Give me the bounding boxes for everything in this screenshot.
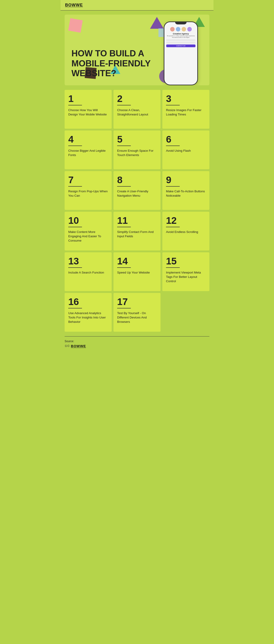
tip-card-12: 12Avoid Endless Scrolling: [162, 212, 209, 250]
card-label-2: Choose A Clean, Straightforward Layout: [117, 108, 157, 117]
hero-text-block: HOW TO BUILD A MOBILE-FRIENDLY WEBSITE?: [72, 48, 164, 85]
card-divider-10: [68, 227, 82, 227]
card-number-1: 1: [68, 94, 108, 104]
card-label-3: Resize Images For Faster Loading Times: [166, 108, 206, 117]
card-label-8: Create A User-Friendly Navigation Menu: [117, 189, 157, 198]
card-number-14: 14: [117, 256, 157, 266]
card-number-16: 16: [68, 297, 108, 306]
avatar-1: [170, 27, 175, 32]
card-label-6: Avoid Using Flash: [166, 149, 206, 153]
card-number-7: 7: [68, 175, 108, 185]
card-label-9: Make Call-To-Action Buttons Noticeable: [166, 189, 206, 198]
card-divider-2: [117, 105, 131, 106]
card-label-16: Use Advanced Analytics Tools For Insight…: [68, 311, 108, 324]
tips-grid-section: 1Choose How You Will Design Your Mobile …: [61, 88, 213, 334]
card-number-12: 12: [166, 216, 206, 226]
tip-card-5: 5Ensure Enough Space For Touch Elements: [114, 130, 160, 169]
phone-content: Creative Agency We specialize in craftin…: [164, 24, 197, 48]
card-divider-8: [117, 186, 131, 186]
card-divider-14: [117, 267, 131, 268]
tip-card-15: 15Implement Viewport Meta Tags For Bette…: [162, 252, 209, 291]
card-label-11: Simplify Contact Form And Input Fields: [117, 230, 157, 238]
footer-logo-row: ①© BOWWE: [65, 344, 209, 348]
tip-card-13: 13Include A Search Function: [65, 252, 112, 291]
tip-card-8: 8Create A User-Friendly Navigation Menu: [114, 171, 160, 210]
tip-card-3: 3Resize Images For Faster Loading Times: [162, 90, 209, 129]
header-logo: BOWWE: [65, 3, 83, 8]
phone-input-1: [166, 39, 195, 41]
card-divider-3: [166, 105, 180, 106]
footer-cc-icon: ①©: [65, 344, 70, 348]
phone-body-text: We specialize in crafting captivating di…: [166, 35, 195, 38]
tip-card-16: 16Use Advanced Analytics Tools For Insig…: [65, 293, 112, 332]
card-number-17: 17: [117, 297, 157, 306]
footer-source-label: Source:: [65, 340, 209, 343]
page-header: BOWWE: [61, 0, 213, 10]
tip-card-1: 1Choose How You Will Design Your Mobile …: [65, 90, 112, 129]
card-number-15: 15: [166, 256, 206, 266]
footer-logo: BOWWE: [71, 344, 86, 348]
phone-cta-button: CONTACT US!: [166, 44, 195, 47]
card-divider-1: [68, 105, 82, 106]
card-divider-5: [117, 146, 131, 146]
card-number-8: 8: [117, 175, 157, 185]
phone-agency-title: Creative Agency: [166, 32, 195, 35]
tips-grid: 1Choose How You Will Design Your Mobile …: [65, 90, 209, 332]
tip-card-10: 10Make Content More Engaging And Easier …: [65, 212, 112, 250]
card-number-2: 2: [117, 94, 157, 104]
card-label-10: Make Content More Engaging And Easier To…: [68, 230, 108, 243]
phone-mockup: Creative Agency We specialize in craftin…: [164, 22, 198, 85]
avatar-4: [187, 27, 192, 32]
card-label-7: Resign From Pop-Ups When You Can: [68, 189, 108, 198]
tip-card-17: 17Test By Yourself - On Different Device…: [114, 293, 160, 332]
card-divider-13: [68, 267, 82, 268]
card-number-4: 4: [68, 134, 108, 144]
card-label-17: Test By Yourself - On Different Devices …: [117, 311, 157, 324]
card-label-5: Ensure Enough Space For Touch Elements: [117, 149, 157, 158]
card-number-3: 3: [166, 94, 206, 104]
phone-input-2: [166, 42, 195, 44]
hero-phone: Creative Agency We specialize in craftin…: [164, 22, 202, 85]
card-label-4: Choose Bigger And Legible Fonts: [68, 149, 108, 158]
page-footer: Source: ①© BOWWE: [65, 336, 209, 352]
card-divider-17: [117, 308, 131, 308]
hero-title: HOW TO BUILD A MOBILE-FRIENDLY WEBSITE?: [72, 48, 164, 78]
tip-card-6: 6Avoid Using Flash: [162, 130, 209, 169]
tip-card-7: 7Resign From Pop-Ups When You Can: [65, 171, 112, 210]
phone-notch: [175, 22, 187, 24]
card-label-12: Avoid Endless Scrolling: [166, 230, 206, 234]
card-number-5: 5: [117, 134, 157, 144]
avatar-3: [181, 27, 186, 32]
avatar-2: [176, 27, 181, 32]
tip-card-11: 11Simplify Contact Form And Input Fields: [114, 212, 160, 250]
tip-card-2: 2Choose A Clean, Straightforward Layout: [114, 90, 160, 129]
card-number-10: 10: [68, 216, 108, 226]
card-label-14: Speed Up Your Website: [117, 270, 157, 275]
card-divider-16: [68, 308, 82, 308]
card-label-1: Choose How You Will Design Your Mobile W…: [68, 108, 108, 117]
card-divider-11: [117, 227, 131, 227]
card-divider-9: [166, 186, 180, 186]
deco-purple-triangle: [150, 17, 164, 29]
tip-card-4: 4Choose Bigger And Legible Fonts: [65, 130, 112, 169]
phone-avatar-row: [166, 27, 195, 32]
hero-section: HOW TO BUILD A MOBILE-FRIENDLY WEBSITE? …: [65, 14, 209, 85]
card-divider-4: [68, 146, 82, 146]
tip-card-9: 9Make Call-To-Action Buttons Noticeable: [162, 171, 209, 210]
card-label-13: Include A Search Function: [68, 270, 108, 275]
card-divider-12: [166, 227, 180, 227]
card-number-13: 13: [68, 256, 108, 266]
card-divider-15: [166, 267, 180, 268]
card-divider-7: [68, 186, 82, 186]
tip-card-14: 14Speed Up Your Website: [114, 252, 160, 291]
card-number-6: 6: [166, 134, 206, 144]
card-label-15: Implement Viewport Meta Tags For Better …: [166, 270, 206, 284]
card-divider-6: [166, 146, 180, 146]
deco-pink-square: [68, 18, 83, 33]
card-number-9: 9: [166, 175, 206, 185]
card-number-11: 11: [117, 216, 157, 226]
